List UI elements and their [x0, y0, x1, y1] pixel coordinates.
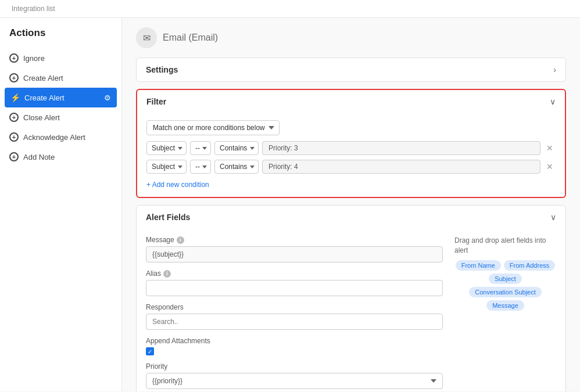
alias-info-icon: i — [163, 270, 171, 278]
sidebar-item-close-alert[interactable]: + Close Alert — [0, 107, 121, 127]
alert-fields-chevron-down-icon: ∨ — [550, 213, 556, 222]
priority-select[interactable]: {{priority}} — [146, 373, 443, 389]
drag-drop-label: Drag and drop alert fields into alert — [454, 236, 556, 256]
match-condition-select[interactable]: Match one or more conditions below — [146, 120, 280, 135]
condition-1-remove-button[interactable]: ✕ — [544, 142, 556, 154]
field-tag-from-name[interactable]: From Name — [456, 260, 501, 271]
settings-title: Settings — [146, 65, 178, 74]
alert-fields-header[interactable]: Alert Fields ∨ — [137, 206, 565, 229]
sidebar-item-acknowledge-alert[interactable]: + Acknowledge Alert — [0, 127, 121, 147]
field-tag-subject[interactable]: Subject — [489, 274, 522, 284]
condition-1-value-input[interactable] — [262, 141, 540, 155]
filter-title: Filter — [146, 97, 166, 106]
plus-icon: + — [9, 53, 19, 63]
alert-fields-section: Alert Fields ∨ Message i — [136, 205, 566, 391]
chevron-right-icon: › — [553, 65, 556, 74]
alias-input[interactable] — [146, 280, 443, 296]
alert-form: Message i Alias i — [146, 236, 443, 391]
plus-icon: + — [9, 152, 19, 161]
gear-icon[interactable]: ⚙ — [104, 93, 111, 102]
add-condition-link[interactable]: + Add new condition — [146, 181, 209, 189]
plus-icon: + — [9, 73, 19, 82]
append-attachments-group: Append Attachments — [146, 337, 443, 355]
content-area: ✉ Email (Email) Settings › Filter ∨ — [122, 18, 580, 391]
condition-row-1: Subject -- Contains ✕ — [146, 141, 556, 155]
priority-group: Priority {{priority}} — [146, 362, 443, 389]
filter-match-row: Match one or more conditions below — [146, 120, 556, 135]
field-tag-message[interactable]: Message — [486, 300, 524, 311]
field-tags-container: From Name From Address Subject Conversat… — [454, 260, 556, 311]
settings-header[interactable]: Settings › — [137, 58, 565, 81]
field-tag-from-address[interactable]: From Address — [504, 260, 555, 271]
append-attachments-label: Append Attachments — [146, 337, 443, 345]
field-tag-conversation-subject[interactable]: Conversation Subject — [469, 287, 542, 297]
sidebar-item-create-alert-active[interactable]: ⚡ Create Alert ⚙ — [5, 88, 117, 107]
settings-section: Settings › — [136, 57, 566, 82]
filter-section: Filter ∨ Match one or more conditions be… — [136, 89, 566, 198]
condition-1-op1-select[interactable]: -- — [190, 141, 211, 155]
alias-label: Alias i — [146, 269, 443, 278]
alert-fields-body: Message i Alias i — [137, 229, 565, 391]
condition-2-op1-select[interactable]: -- — [190, 160, 211, 174]
sidebar-title: Actions — [0, 27, 121, 48]
condition-2-value-input[interactable] — [262, 160, 540, 174]
condition-2-op2-select[interactable]: Contains — [214, 160, 259, 174]
condition-2-field-select[interactable]: Subject — [146, 160, 187, 174]
sidebar-item-add-note[interactable]: + Add Note — [0, 147, 121, 167]
filter-header[interactable]: Filter ∨ — [137, 90, 565, 113]
condition-1-field-select[interactable]: Subject — [146, 141, 187, 155]
append-attachments-checkbox[interactable] — [146, 347, 154, 355]
chevron-down-icon: ∨ — [550, 97, 556, 106]
filter-body: Match one or more conditions below Subje… — [137, 113, 565, 197]
plus-icon: + — [9, 113, 19, 122]
responders-group: Responders — [146, 303, 443, 330]
page-title: Email (Email) — [163, 33, 218, 43]
alias-group: Alias i — [146, 269, 443, 296]
priority-label: Priority — [146, 362, 443, 371]
drag-drop-panel: Drag and drop alert fields into alert Fr… — [454, 236, 556, 391]
content-header: ✉ Email (Email) — [136, 27, 566, 48]
message-group: Message i — [146, 236, 443, 262]
append-attachments-row — [146, 347, 443, 355]
message-label: Message i — [146, 236, 443, 244]
responders-label: Responders — [146, 303, 443, 311]
plus-icon: + — [9, 132, 19, 142]
condition-row-2: Subject -- Contains ✕ — [146, 160, 556, 174]
alert-fields-title: Alert Fields — [146, 213, 190, 222]
sidebar-item-create-alert-parent[interactable]: + Create Alert — [0, 68, 121, 88]
sidebar: Actions + Ignore + Create Alert ⚡ Create… — [0, 18, 122, 391]
message-info-icon: i — [177, 236, 184, 244]
email-icon: ✉ — [136, 27, 157, 48]
condition-2-remove-button[interactable]: ✕ — [544, 161, 556, 172]
breadcrumb: Integration list — [0, 0, 580, 18]
responders-search-input[interactable] — [146, 314, 443, 330]
alert-icon: ⚡ — [10, 93, 20, 102]
sidebar-item-ignore[interactable]: + Ignore — [0, 48, 121, 68]
message-input[interactable] — [146, 246, 443, 262]
condition-1-op2-select[interactable]: Contains — [214, 141, 259, 155]
